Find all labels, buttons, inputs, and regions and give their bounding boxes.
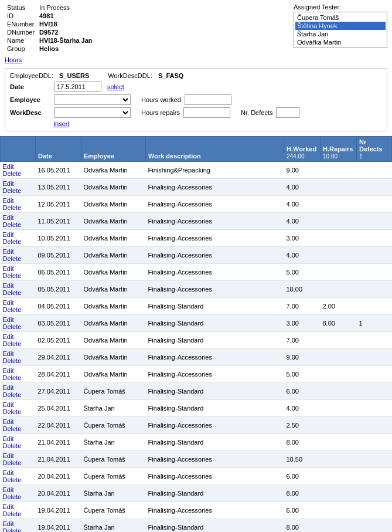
edit-link[interactable]: Edit	[3, 384, 14, 391]
delete-link[interactable]: Delete	[3, 272, 22, 279]
delete-link[interactable]: Delete	[3, 357, 22, 364]
row-employee: Odvářka Martin	[81, 298, 146, 315]
table-row: Edit Delete 12.05.2011 Odvářka Martin Fi…	[1, 196, 392, 213]
table-row: Edit Delete 21.04.2011 Štarha Jan Finali…	[1, 434, 392, 451]
edit-link[interactable]: Edit	[3, 299, 14, 306]
edit-link[interactable]: Edit	[3, 197, 14, 204]
tester-item-3[interactable]: Odvářka Martin	[295, 38, 386, 46]
table-row: Edit Delete 11.05.2011 Odvářka Martin Fi…	[1, 213, 392, 230]
delete-link[interactable]: Delete	[3, 527, 22, 532]
delete-link[interactable]: Delete	[3, 306, 22, 313]
row-nrdefects	[357, 264, 392, 281]
tester-item-2[interactable]: Štarha Jan	[295, 30, 386, 38]
row-hworked: 9.00	[284, 349, 321, 366]
delete-link[interactable]: Delete	[3, 408, 22, 415]
edit-link[interactable]: Edit	[3, 469, 14, 476]
delete-link[interactable]: Delete	[3, 459, 22, 466]
row-hworked: 9.00	[284, 162, 321, 179]
delete-link[interactable]: Delete	[3, 221, 22, 228]
data-table-container: Date Employee Work description H.Worked2…	[0, 136, 392, 532]
col-date: Date	[36, 137, 81, 162]
edit-link[interactable]: Edit	[3, 503, 14, 510]
tester-item-1[interactable]: Štětina Hynek	[295, 22, 386, 30]
hours-link[interactable]: Hours	[5, 56, 22, 63]
table-row: Edit Delete 13.05.2011 Odvářka Martin Fi…	[1, 179, 392, 196]
date-input[interactable]	[54, 82, 101, 92]
hours-section: Hours	[0, 56, 392, 66]
row-hworked: 6.00	[284, 468, 321, 485]
delete-link[interactable]: Delete	[3, 340, 22, 347]
employee-select[interactable]	[54, 94, 131, 105]
row-hrepairs	[321, 468, 357, 485]
delete-link[interactable]: Delete	[3, 255, 22, 262]
row-employee: Čupera Tomáš	[81, 468, 146, 485]
edit-link[interactable]: Edit	[3, 282, 14, 289]
delete-link[interactable]: Delete	[3, 391, 22, 398]
edit-link[interactable]: Edit	[3, 367, 14, 374]
edit-link[interactable]: Edit	[3, 231, 14, 238]
delete-link[interactable]: Delete	[3, 170, 22, 177]
edit-link[interactable]: Edit	[3, 180, 14, 187]
row-workdesc: Finalising-Accessories	[146, 179, 284, 196]
delete-link[interactable]: Delete	[3, 204, 22, 211]
edit-link[interactable]: Edit	[3, 163, 14, 170]
delete-link[interactable]: Delete	[3, 323, 22, 330]
delete-link[interactable]: Delete	[3, 238, 22, 245]
row-hworked: 10.00	[284, 281, 321, 298]
delete-link[interactable]: Delete	[3, 476, 22, 483]
edit-link[interactable]: Edit	[3, 418, 14, 425]
row-actions: Edit Delete	[1, 451, 36, 468]
select-link[interactable]: select	[107, 83, 124, 90]
row-nrdefects	[357, 213, 392, 230]
edit-link[interactable]: Edit	[3, 265, 14, 272]
delete-link[interactable]: Delete	[3, 187, 22, 194]
row-hworked: 4.00	[284, 247, 321, 264]
delete-link[interactable]: Delete	[3, 493, 22, 500]
tester-item-0[interactable]: Čupera Tomáš	[295, 13, 386, 22]
row-date: 03.05.2011	[36, 315, 81, 332]
date-label: Date	[10, 83, 51, 90]
row-actions: Edit Delete	[1, 162, 36, 179]
edit-link[interactable]: Edit	[3, 316, 14, 323]
edit-link[interactable]: Edit	[3, 435, 14, 442]
id-label: ID	[5, 12, 37, 20]
table-row: Edit Delete 10.05.2011 Odvářka Martin Fi…	[1, 230, 392, 247]
row-date: 21.04.2011	[36, 434, 81, 451]
edit-link[interactable]: Edit	[3, 486, 14, 493]
row-workdesc: Finalising-Accessories	[146, 468, 284, 485]
insert-link[interactable]: Insert	[53, 120, 382, 127]
delete-link[interactable]: Delete	[3, 425, 22, 432]
edit-link[interactable]: Edit	[3, 452, 14, 459]
edit-link[interactable]: Edit	[3, 350, 14, 357]
workdesc-select[interactable]	[54, 107, 131, 118]
row-workdesc: Finalising-Standard	[146, 383, 284, 400]
table-row: Edit Delete 16.05.2011 Odvářka Martin Fi…	[1, 162, 392, 179]
row-workdesc: Finalising-Standard	[146, 519, 284, 533]
delete-link[interactable]: Delete	[3, 374, 22, 381]
edit-link[interactable]: Edit	[3, 248, 14, 255]
row-workdesc: Finalising-Accessories	[146, 349, 284, 366]
edit-link[interactable]: Edit	[3, 333, 14, 340]
row-date: 29.04.2011	[36, 349, 81, 366]
row-employee: Štarha Jan	[81, 400, 146, 417]
table-row: Edit Delete 04.05.2011 Odvářka Martin Fi…	[1, 298, 392, 315]
employee-row: Employee Hours worked	[10, 94, 382, 105]
edit-link[interactable]: Edit	[3, 214, 14, 221]
hours-worked-label: Hours worked	[141, 96, 181, 103]
assigned-tester-box[interactable]: Čupera Tomáš Štětina Hynek Štarha Jan Od…	[294, 12, 387, 48]
delete-link[interactable]: Delete	[3, 510, 22, 517]
edit-link[interactable]: Edit	[3, 520, 14, 527]
row-actions: Edit Delete	[1, 417, 36, 434]
delete-link[interactable]: Delete	[3, 442, 22, 449]
hours-repairs-input[interactable]	[183, 107, 230, 118]
nr-defects-input[interactable]	[276, 107, 299, 118]
row-nrdefects	[357, 485, 392, 502]
delete-link[interactable]: Delete	[3, 289, 22, 296]
hrepairs-total-header: 10.00	[323, 153, 338, 160]
edit-link[interactable]: Edit	[3, 401, 14, 408]
row-hworked: 2.50	[284, 417, 321, 434]
row-actions: Edit Delete	[1, 468, 36, 485]
hours-worked-input[interactable]	[185, 94, 231, 105]
row-workdesc: Finalising-Accessories	[146, 213, 284, 230]
row-hworked: 6.00	[284, 502, 321, 519]
